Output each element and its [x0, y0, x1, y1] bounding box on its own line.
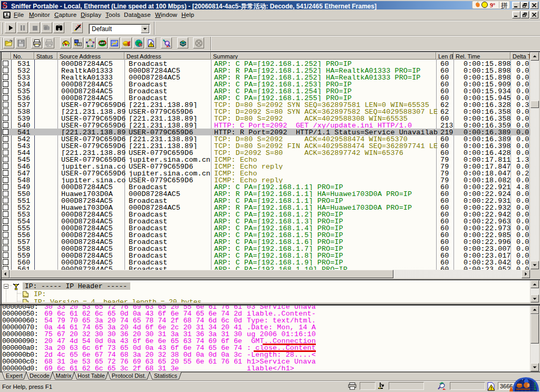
svg-text:Matrix: Matrix [56, 373, 72, 379]
svg-text:Protocol Dist.: Protocol Dist. [112, 373, 146, 379]
svg-text:Decode: Decode [30, 373, 50, 379]
svg-text:Expert: Expert [6, 373, 23, 379]
svg-text:Host Table: Host Table [78, 373, 105, 379]
svg-text:Statistics: Statistics [154, 373, 178, 379]
